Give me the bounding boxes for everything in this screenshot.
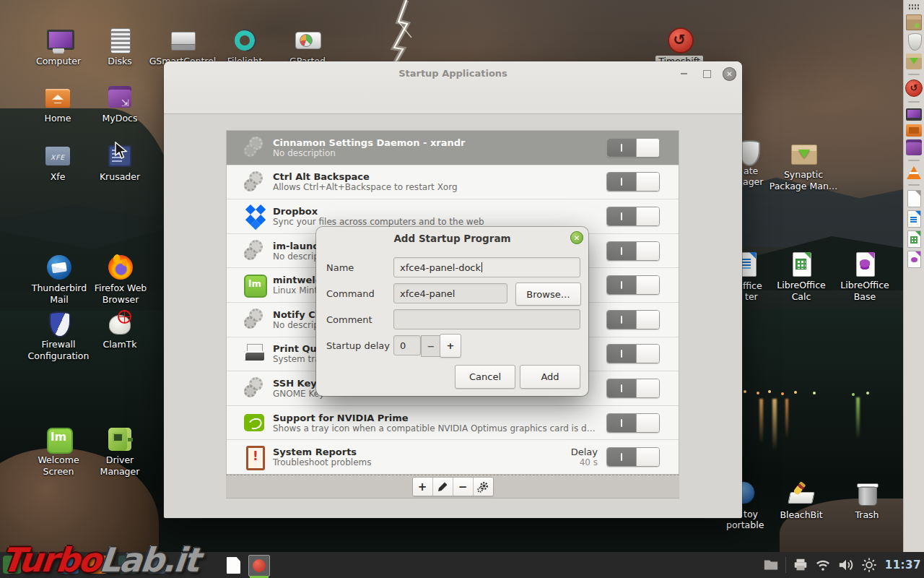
dialog-title: Add Startup Program [316, 233, 588, 244]
volume-icon[interactable] [837, 557, 855, 573]
name-label: Name [326, 262, 354, 273]
delay-increment-button[interactable]: + [440, 334, 461, 358]
command-field[interactable]: xfce4-panel [393, 283, 507, 303]
desktop-icon-clamtk[interactable]: ClamTk [90, 309, 150, 350]
delay-value-field[interactable]: 0 [393, 335, 421, 355]
enabled-toggle[interactable] [606, 275, 660, 295]
delay-info: Delay 40 s [571, 447, 598, 467]
brightness-icon[interactable] [861, 557, 877, 573]
desktop-icon-libreoffice-calc[interactable]: LibreOffice Calc [771, 250, 832, 302]
command-label: Command [326, 288, 375, 299]
desktop-icon-bleachbit[interactable]: BleachBit [771, 480, 832, 520]
gears-icon [243, 307, 267, 332]
printer-icon[interactable] [793, 557, 808, 573]
desktop-icon-firefox[interactable]: Firefox Web Browser [90, 253, 151, 305]
vlc-icon[interactable] [907, 166, 921, 179]
gears-icon [243, 170, 267, 194]
partition-icon [293, 26, 322, 55]
delay-decrement-button[interactable]: − [421, 335, 441, 357]
thunderbird-icon [45, 253, 74, 282]
desktop-screen: Computer Disks GSmartControl Filelight G… [0, 0, 924, 578]
desktop-icon-firewall[interactable]: Firewall Configuration [28, 309, 89, 361]
enabled-toggle[interactable] [606, 310, 660, 329]
desktop-icon-filelight[interactable]: Filelight [214, 26, 275, 66]
shield-icon [44, 309, 73, 338]
startup-row[interactable]: Cinnamon Settings Daemon - xrandr No des… [227, 131, 679, 165]
harddrive-icon [168, 26, 197, 55]
desktop-icon-computer[interactable]: Computer [28, 26, 89, 66]
startup-delay-label: Startup delay [326, 340, 390, 351]
edit-button[interactable] [433, 478, 453, 496]
add-button[interactable]: + [413, 478, 433, 496]
tray-separator [785, 557, 786, 573]
desktop-icon-disks[interactable]: Disks [90, 26, 150, 66]
comment-field[interactable] [393, 309, 580, 329]
desktop-icon-home[interactable]: Home [27, 83, 88, 124]
desktop-icon-gsmartcontrol[interactable]: GSmartControl [152, 26, 213, 66]
grip-handle[interactable] [908, 4, 920, 10]
desktop-icon-gparted[interactable]: GParted [277, 26, 338, 66]
enabled-toggle[interactable] [606, 447, 660, 467]
disks-icon [105, 26, 134, 55]
home-folder-icon[interactable] [906, 124, 922, 137]
base-document-icon [850, 250, 879, 279]
enabled-toggle[interactable] [606, 413, 660, 433]
desktop-icon-welcome-screen[interactable]: Welcome Screen [28, 425, 89, 477]
titlebar[interactable]: Startup Applications [164, 61, 742, 114]
startup-row[interactable]: Ctrl Alt Backspace Allows Ctrl+Alt+Backs… [227, 165, 679, 200]
impress-document-icon[interactable] [907, 251, 921, 268]
shield-icon[interactable] [908, 33, 922, 51]
package-icon[interactable] [906, 14, 922, 30]
enabled-toggle[interactable] [606, 207, 660, 226]
taskbar-document-icon[interactable] [227, 557, 240, 574]
maximize-button[interactable] [700, 67, 713, 80]
gears-icon [243, 135, 267, 160]
desktop-icon-synaptic[interactable]: Synaptic Package Man… [773, 139, 834, 191]
update-package-icon[interactable] [906, 53, 922, 69]
startup-row[interactable]: Support for NVIDIA Prime Shows a tray ic… [227, 406, 679, 441]
browse-button[interactable]: Browse… [515, 282, 581, 306]
enabled-toggle[interactable] [606, 241, 660, 261]
comment-label: Comment [326, 314, 372, 325]
computer-icon[interactable] [906, 108, 922, 121]
ring-chart-icon [230, 26, 259, 55]
name-field[interactable]: xfce4-panel-dock [393, 257, 580, 277]
text-caret [481, 262, 482, 272]
desktop-icon-trash[interactable]: Trash [837, 480, 897, 520]
desktop-icon-driver-manager[interactable]: Driver Manager [90, 425, 150, 477]
close-button[interactable] [723, 67, 736, 81]
minimize-button[interactable] [677, 67, 690, 80]
package-icon [789, 139, 818, 168]
enabled-toggle[interactable] [606, 172, 660, 191]
dialog-close-button[interactable] [570, 231, 583, 244]
desktop-icon-mydocs[interactable]: MyDocs [90, 83, 150, 124]
enabled-toggle[interactable] [606, 344, 660, 363]
startup-row[interactable]: System Reports Troubleshoot problems Del… [227, 440, 679, 474]
desktop-icon-libreoffice-base[interactable]: LibreOffice Base [834, 250, 895, 302]
computer-icon [44, 26, 73, 55]
firefox-icon [106, 253, 135, 282]
cancel-button[interactable]: Cancel [455, 365, 515, 389]
remove-button[interactable]: − [453, 478, 474, 496]
writer-document-icon[interactable] [907, 210, 921, 228]
add-button[interactable]: Add [520, 365, 580, 389]
documents-icon[interactable] [906, 139, 922, 155]
nvidia-icon [243, 410, 267, 435]
enabled-toggle[interactable] [606, 138, 660, 158]
timeshift-icon[interactable] [905, 79, 923, 97]
clock[interactable]: 11:37 [885, 558, 921, 571]
run-button[interactable] [474, 478, 493, 496]
turbolab-watermark: TurboLab.it [0, 542, 200, 578]
mint-icon [243, 273, 267, 298]
wifi-icon[interactable] [815, 557, 831, 573]
calc-document-icon[interactable] [907, 230, 921, 248]
report-icon [243, 445, 267, 470]
separator [908, 101, 920, 103]
folder-tray-icon[interactable] [763, 557, 779, 573]
desktop-icon-xfe[interactable]: Xfe [27, 142, 88, 182]
enabled-toggle[interactable] [606, 379, 660, 398]
desktop-icon-timeshift[interactable]: Timeshift [649, 26, 710, 66]
desktop-icon-thunderbird[interactable]: Thunderbird Mail [29, 253, 90, 305]
taskbar-active-window-button[interactable] [248, 555, 270, 577]
blank-document-icon[interactable] [907, 190, 921, 207]
